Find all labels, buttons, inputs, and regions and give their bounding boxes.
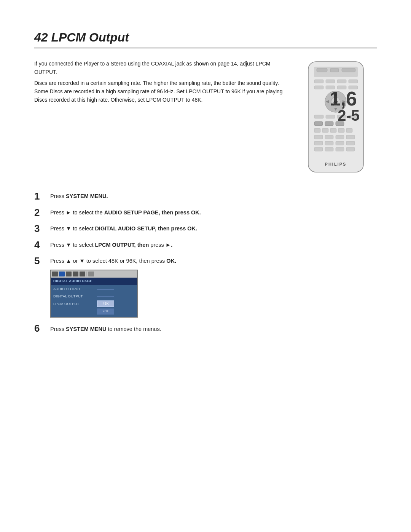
step-6-number: 6: [34, 323, 48, 334]
svg-rect-2: [317, 68, 327, 72]
step-1-number: 1: [34, 191, 48, 202]
step-3-text: Press ▼ to select DIGITAL AUDIO SETUP, t…: [50, 223, 377, 233]
svg-rect-34: [325, 135, 333, 139]
toolbar-icon-2: [59, 272, 65, 276]
step-6-press: Press: [50, 326, 66, 332]
svg-rect-40: [346, 141, 355, 145]
toolbar-icon-3: [66, 272, 72, 276]
screen-container: DIGITAL AUDIO PAGE AUDIO OUTPUT DIGITAL …: [50, 270, 138, 318]
screen-value-3-selected: 48K: [97, 300, 114, 307]
svg-rect-33: [314, 135, 323, 139]
intro-para1: If you connected the Player to a Stereo …: [34, 60, 289, 76]
step-1-text: Press SYSTEM MENU.: [50, 191, 377, 201]
step-5-number: 5: [34, 256, 48, 267]
step-4-bold: LPCM OUTPUT, then: [95, 242, 149, 248]
screen-label-2: DIGITAL OUTPUT: [53, 294, 97, 299]
svg-rect-25: [314, 121, 323, 126]
svg-rect-41: [314, 147, 323, 151]
screen-value-1: [97, 289, 114, 290]
svg-rect-8: [349, 80, 358, 83]
screen-mockup: DIGITAL AUDIO PAGE AUDIO OUTPUT DIGITAL …: [50, 270, 138, 318]
svg-rect-39: [336, 141, 344, 145]
svg-rect-9: [314, 86, 323, 89]
svg-rect-31: [338, 128, 344, 133]
toolbar-icon-6: [88, 272, 94, 276]
chapter-title: LPCM Output: [51, 30, 129, 44]
step-3: 3 Press ▼ to select DIGITAL AUDIO SETUP,…: [34, 223, 377, 234]
svg-rect-35: [336, 135, 344, 139]
screen-row-1: AUDIO OUTPUT: [53, 286, 135, 292]
chapter-number: 42: [34, 30, 48, 44]
svg-text:1,6: 1,6: [330, 88, 357, 110]
svg-rect-4: [342, 68, 355, 72]
step-4-number: 4: [34, 240, 48, 251]
svg-rect-5: [314, 80, 323, 83]
svg-rect-36: [346, 135, 355, 139]
step-6-after: to remove the menus.: [106, 326, 161, 332]
svg-text:PHILIPS: PHILIPS: [325, 162, 347, 166]
svg-rect-44: [346, 147, 355, 151]
steps-area: 1 Press SYSTEM MENU. 2 Press ► to select…: [34, 191, 377, 334]
screen-row-2: DIGITAL OUTPUT: [53, 294, 135, 299]
screen-body: AUDIO OUTPUT DIGITAL OUTPUT LPCM OUTPUT …: [51, 285, 137, 317]
screen-label-3: LPCM OUTPUT: [53, 301, 97, 307]
svg-rect-20: [314, 115, 323, 118]
svg-rect-28: [314, 128, 320, 133]
step-3-number: 3: [34, 223, 48, 234]
step-6: 6 Press SYSTEM MENU to remove the menus.: [34, 323, 377, 334]
svg-rect-26: [325, 121, 333, 126]
step-3-bold: DIGITAL AUDIO SETUP, then press OK.: [95, 225, 198, 232]
step-6-bold: SYSTEM MENU: [66, 326, 106, 332]
step-5: 5 Press ▲ or ▼ to select 48K or 96K, the…: [34, 256, 377, 318]
svg-rect-43: [336, 147, 344, 151]
screen-toolbar: [51, 270, 137, 278]
screen-row-4: 96K: [53, 308, 135, 315]
step-5-text: Press ▲ or ▼ to select 48K or 96K, then …: [50, 256, 176, 265]
content-area: If you connected the Player to a Stereo …: [34, 60, 377, 182]
step-2-press: Press: [50, 209, 66, 216]
step-3-press: Press: [50, 225, 66, 232]
step-2-arrow-right: ►: [66, 209, 71, 216]
screen-value-2: [97, 296, 114, 297]
toolbar-icon-5: [80, 272, 85, 276]
screen-row-3: LPCM OUTPUT 48K: [53, 300, 135, 307]
toolbar-separator: [86, 272, 87, 276]
intro-para2: Discs are recorded in a certain sampling…: [34, 79, 289, 104]
step-5-or: or: [71, 258, 79, 264]
step-3-middle: to select: [71, 225, 95, 232]
screen-label-1: AUDIO OUTPUT: [53, 286, 97, 292]
svg-rect-22: [326, 115, 335, 118]
page: 42 LPCM Output If you connected the Play…: [0, 0, 411, 532]
step-4: 4 Press ▼ to select LPCM OUTPUT, then pr…: [34, 240, 377, 251]
step-4-bold2: ►.: [166, 242, 172, 248]
step-5-row: 5 Press ▲ or ▼ to select 48K or 96K, the…: [34, 256, 176, 267]
page-title: 42 LPCM Output: [34, 30, 377, 48]
svg-rect-42: [325, 147, 333, 151]
svg-rect-3: [330, 68, 339, 72]
step-4-press: Press: [50, 242, 66, 248]
step-2-bold: AUDIO SETUP PAGE, then press OK.: [104, 209, 201, 216]
svg-rect-7: [337, 80, 346, 83]
svg-rect-29: [322, 128, 328, 133]
step-1-bold: SYSTEM MENU.: [66, 193, 108, 199]
toolbar-icon-4: [73, 272, 78, 276]
step-1: 1 Press SYSTEM MENU.: [34, 191, 377, 202]
screen-header: DIGITAL AUDIO PAGE: [51, 278, 137, 285]
toolbar-icon-1: [52, 272, 58, 276]
svg-rect-6: [326, 80, 335, 83]
step-5-middle: to select 48K or 96K, then press: [85, 258, 166, 264]
step-3-arrow-down: ▼: [66, 225, 71, 232]
step-4-middle: to select: [71, 242, 95, 248]
step-5-bold: OK.: [166, 258, 176, 264]
svg-text:2-5: 2-5: [338, 107, 360, 124]
step-2-number: 2: [34, 207, 48, 218]
remote-svg: OK: [301, 60, 371, 182]
step-4-after: press: [149, 242, 166, 248]
svg-rect-30: [330, 128, 336, 133]
step-2: 2 Press ► to select the AUDIO SETUP PAGE…: [34, 207, 377, 218]
step-2-text: Press ► to select the AUDIO SETUP PAGE, …: [50, 207, 377, 217]
step-6-text: Press SYSTEM MENU to remove the menus.: [50, 323, 377, 334]
step-2-middle: to select the: [71, 209, 104, 216]
remote-control-image: OK: [301, 60, 377, 182]
step-4-arrow-down: ▼: [66, 242, 71, 248]
